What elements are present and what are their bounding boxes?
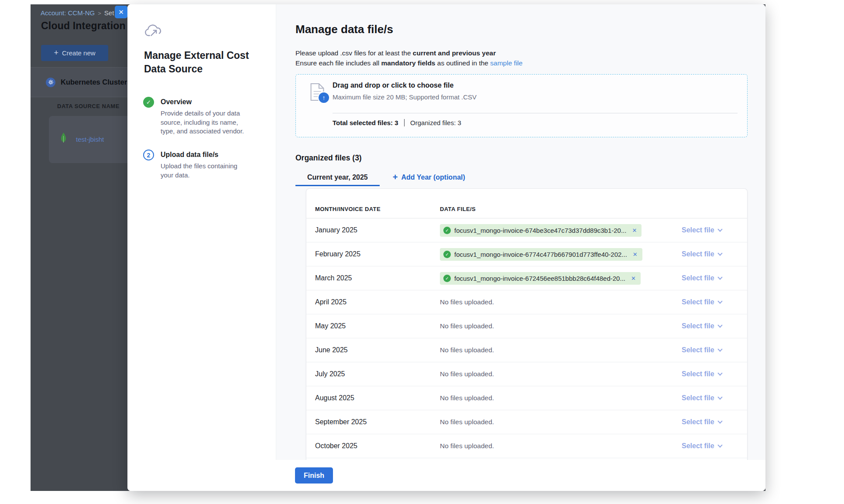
add-year-button[interactable]: + Add Year (optional): [393, 170, 465, 186]
total-selected-files: Total selected files: 3: [333, 119, 398, 126]
step-overview-description: Provide details of your data source, inc…: [161, 109, 250, 136]
plus-icon: +: [393, 173, 398, 181]
no-files-text: No files uploaded.: [440, 298, 494, 306]
row-month: March 2025: [306, 274, 440, 282]
column-header-data-source-name: DATA SOURCE NAME: [57, 103, 120, 109]
check-circle-icon: ✓: [443, 227, 451, 234]
modal-close-button[interactable]: ✕: [115, 6, 127, 18]
table-header-row: MONTH/INVOICE DATE DATA FILE/S: [306, 189, 747, 218]
step-overview-label: Overview: [161, 97, 250, 106]
row-month: May 2025: [306, 322, 440, 330]
dropzone-subtitle: Maximum file size 20 MB; Supported forma…: [333, 93, 477, 101]
create-new-button[interactable]: + Create new: [41, 45, 108, 61]
remove-file-icon[interactable]: ✕: [631, 275, 636, 282]
step-upload-label: Upload data file/s: [161, 150, 250, 159]
mongodb-leaf-icon: [60, 133, 67, 144]
upload-instruction-1: Please upload .csv files for at least th…: [295, 49, 496, 57]
wizard-sidebar: Manage External Cost Data Source ✓ Overv…: [127, 4, 276, 491]
wizard-title: Manage External Cost Data Source: [144, 49, 257, 76]
table-row: May 2025 No files uploaded. Select file: [306, 314, 747, 338]
no-files-text: No files uploaded.: [440, 394, 494, 402]
file-chip: ✓ focusv1_mongo-invoice-672456ee851bbb28…: [440, 272, 641, 285]
row-month: June 2025: [306, 346, 440, 354]
organized-files-count: Organized files: 3: [410, 119, 461, 126]
select-file-label: Select file: [682, 346, 714, 354]
table-row: August 2025 No files uploaded. Select fi…: [306, 386, 747, 410]
file-name: focusv1_mongo-invoice-6774c477b667901d77…: [454, 251, 627, 258]
check-circle-icon: ✓: [443, 251, 451, 258]
select-file-dropdown[interactable]: Select file: [682, 250, 722, 258]
chevron-down-icon: [717, 443, 722, 447]
chevron-down-icon: [717, 251, 722, 255]
sample-file-link[interactable]: sample file: [490, 59, 522, 67]
remove-file-icon[interactable]: ✕: [632, 227, 637, 234]
select-file-dropdown[interactable]: Select file: [682, 418, 722, 426]
finish-button[interactable]: Finish: [295, 467, 333, 484]
column-month-invoice-date: MONTH/INVOICE DATE: [315, 206, 381, 212]
file-name: focusv1_mongo-invoice-674be3ce47c73d37dd…: [454, 227, 626, 234]
select-file-dropdown[interactable]: Select file: [682, 394, 722, 402]
table-row: October 2025 No files uploaded. Select f…: [306, 434, 747, 458]
table-row: February 2025 ✓ focusv1_mongo-invoice-67…: [306, 242, 747, 266]
document-icon: ↑: [310, 83, 331, 104]
no-files-text: No files uploaded.: [440, 442, 494, 450]
content-title: Manage data file/s: [295, 23, 393, 36]
no-files-text: No files uploaded.: [440, 418, 494, 426]
select-file-dropdown[interactable]: Select file: [682, 298, 722, 306]
select-file-label: Select file: [682, 226, 714, 234]
manage-external-cost-modal: Manage External Cost Data Source ✓ Overv…: [127, 4, 765, 491]
create-new-label: Create new: [62, 49, 96, 57]
no-files-text: No files uploaded.: [440, 322, 494, 330]
table-body: January 2025 ✓ focusv1_mongo-invoice-674…: [306, 218, 747, 458]
table-row: March 2025 ✓ focusv1_mongo-invoice-67245…: [306, 266, 747, 290]
select-file-label: Select file: [682, 394, 714, 402]
chevron-down-icon: [717, 299, 722, 303]
file-dropzone[interactable]: ↑ Drag and drop or click to choose file …: [295, 74, 748, 137]
chevron-down-icon: [717, 395, 722, 399]
file-name: focusv1_mongo-invoice-672456ee851bbb28c6…: [454, 275, 625, 282]
chevron-down-icon: [717, 323, 722, 327]
organized-files-heading: Organized files (3): [295, 153, 362, 163]
select-file-dropdown[interactable]: Select file: [682, 442, 722, 450]
table-row: June 2025 No files uploaded. Select file: [306, 338, 747, 362]
row-month: September 2025: [306, 418, 440, 426]
modal-footer: Finish: [276, 460, 765, 491]
upload-content-panel: Manage data file/s Please upload .csv fi…: [276, 4, 765, 460]
file-chip: ✓ focusv1_mongo-invoice-674be3ce47c73d37…: [440, 224, 642, 237]
breadcrumb-account-link[interactable]: Account: CCM-NG: [41, 9, 95, 17]
chevron-down-icon: [717, 347, 722, 351]
table-row: July 2025 No files uploaded. Select file: [306, 362, 747, 386]
select-file-dropdown[interactable]: Select file: [682, 322, 722, 330]
chevron-down-icon: [717, 227, 722, 232]
dropzone-title: Drag and drop or click to choose file: [333, 82, 453, 89]
breadcrumb-separator: >: [98, 10, 101, 17]
row-month: January 2025: [306, 226, 440, 234]
wizard-step-overview[interactable]: ✓ Overview Provide details of your data …: [143, 97, 264, 136]
upload-arrow-icon: ↑: [318, 92, 330, 104]
no-files-text: No files uploaded.: [440, 370, 494, 378]
table-row: April 2025 No files uploaded. Select fil…: [306, 290, 747, 314]
select-file-dropdown[interactable]: Select file: [682, 226, 722, 234]
chevron-down-icon: [717, 371, 722, 375]
select-file-dropdown[interactable]: Select file: [682, 346, 722, 354]
data-source-name-link[interactable]: test-jbisht: [76, 136, 104, 143]
file-chip: ✓ focusv1_mongo-invoice-6774c477b667901d…: [440, 248, 642, 261]
table-row: January 2025 ✓ focusv1_mongo-invoice-674…: [306, 218, 747, 242]
tab-current-year[interactable]: Current year, 2025: [295, 170, 380, 186]
tab-kubernetes-label: Kubernetes Clusters: [61, 78, 131, 86]
remove-file-icon[interactable]: ✕: [633, 251, 638, 258]
wizard-step-upload[interactable]: 2 Upload data file/s Upload the files co…: [143, 150, 264, 180]
select-file-dropdown[interactable]: Select file: [682, 274, 722, 282]
step-upload-description: Upload the files containing your data.: [161, 162, 250, 180]
dropzone-divider: [333, 113, 738, 113]
column-data-files: DATA FILE/S: [440, 206, 476, 212]
select-file-label: Select file: [682, 370, 714, 378]
breadcrumb-section[interactable]: Set: [104, 9, 114, 17]
select-file-label: Select file: [682, 298, 714, 306]
select-file-label: Select file: [682, 250, 714, 258]
check-circle-icon: ✓: [443, 275, 451, 282]
row-month: August 2025: [306, 394, 440, 402]
select-file-dropdown[interactable]: Select file: [682, 370, 722, 378]
no-files-text: No files uploaded.: [440, 346, 494, 354]
table-row: September 2025 No files uploaded. Select…: [306, 410, 747, 434]
